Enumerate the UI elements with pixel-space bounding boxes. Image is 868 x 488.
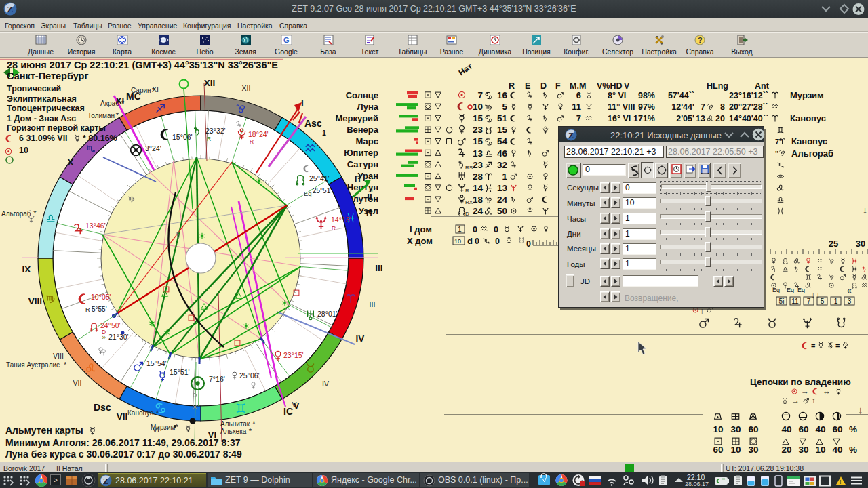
svg-text:0: 0 — [526, 239, 531, 249]
svg-text:*: * — [175, 423, 178, 431]
svg-text:Эклиптикальная: Эклиптикальная — [7, 94, 77, 104]
svg-text:R: R — [250, 138, 254, 145]
svg-text:40: 40 — [815, 424, 825, 434]
svg-text:!: ! — [840, 479, 842, 485]
svg-text:5i: 5i — [779, 298, 785, 305]
svg-text:X: X — [67, 157, 73, 167]
svg-text:R: R — [509, 81, 515, 91]
svg-text:Цепочки по владению: Цепочки по владению — [750, 377, 851, 387]
svg-text:П: П — [355, 174, 361, 184]
svg-text:13: 13 — [696, 114, 705, 123]
svg-text:=: = — [835, 342, 840, 350]
svg-text:10: 10 — [19, 146, 28, 155]
svg-text:D: D — [540, 81, 547, 91]
svg-text:* 80.16%: * 80.16% — [83, 134, 117, 143]
svg-text:Солнце: Солнце — [346, 90, 378, 100]
svg-text:Венера: Венера — [347, 125, 379, 135]
svg-text:10: 10 — [473, 102, 483, 112]
svg-text:23°32': 23°32' — [205, 127, 226, 135]
svg-text:23: 23 — [473, 125, 484, 135]
svg-text:12'44': 12'44' — [671, 102, 694, 112]
svg-text:Топоцентрическая: Топоцентрическая — [7, 104, 85, 113]
svg-text:II: II — [369, 185, 373, 193]
svg-text:Канопус: Канопус — [127, 409, 153, 417]
svg-text:R: R — [465, 188, 469, 194]
svg-text:*: * — [64, 361, 67, 369]
svg-text:8: 8 — [720, 102, 725, 112]
svg-text:30: 30 — [730, 424, 741, 434]
svg-text:46: 46 — [497, 148, 508, 159]
svg-text:Eq: Eq — [787, 287, 794, 293]
svg-text:15°51': 15°51' — [170, 368, 190, 376]
svg-text:171%: 171% — [633, 114, 655, 123]
svg-text:?: ? — [698, 36, 703, 44]
svg-text:18: 18 — [473, 195, 484, 205]
svg-text:Eq: Eq — [797, 287, 805, 293]
svg-text:M.M: M.M — [570, 81, 586, 91]
svg-text:Минимум Алголя: 26.06.2017 11:: Минимум Алголя: 26.06.2017 11:49, 29.06.… — [5, 437, 241, 448]
svg-text:↑: ↑ — [700, 306, 704, 316]
svg-text:E: E — [525, 81, 530, 91]
svg-text:97%: 97% — [638, 102, 655, 112]
svg-text:Z: Z — [568, 131, 574, 140]
svg-text:*: * — [249, 427, 252, 435]
svg-text:↓: ↓ — [858, 404, 863, 415]
svg-text:11° VIII: 11° VIII — [608, 102, 635, 112]
svg-text:=: = — [811, 342, 815, 350]
svg-text:11: 11 — [791, 298, 799, 305]
svg-text:Канопус: Канопус — [790, 113, 826, 123]
svg-text:0: 0 — [494, 225, 498, 235]
svg-text:Сарин: Сарин — [131, 87, 151, 94]
svg-text:14°40'40``: 14°40'40`` — [729, 114, 768, 123]
svg-text:15: 15 — [473, 113, 484, 123]
svg-text:Канопус: Канопус — [791, 136, 827, 146]
svg-text:57'44``: 57'44`` — [668, 91, 694, 100]
svg-text:%: % — [849, 424, 857, 434]
svg-text:1: 1 — [834, 298, 838, 305]
svg-text:60: 60 — [713, 445, 723, 455]
svg-text:Санкт-Петербург: Санкт-Петербург — [7, 70, 89, 81]
svg-text:I: I — [301, 98, 304, 108]
svg-text:V: V — [624, 81, 630, 91]
svg-text:RS: RS — [465, 165, 473, 171]
svg-text:*: * — [121, 99, 125, 107]
svg-text:R: R — [85, 306, 90, 313]
svg-text:30: 30 — [798, 445, 808, 455]
svg-text:15: 15 — [497, 125, 508, 135]
svg-text:10: 10 — [454, 238, 461, 245]
svg-text:*: * — [116, 111, 119, 119]
svg-text:2'05': 2'05' — [676, 114, 694, 123]
svg-text:Юпитер: Юпитер — [344, 148, 378, 158]
svg-text:1 Дом - Знак Asc: 1 Дом - Знак Asc — [7, 114, 76, 123]
svg-text:IV: IV — [356, 333, 365, 344]
svg-text:I дом: I дом — [410, 224, 432, 235]
svg-text:Акраб: Акраб — [100, 100, 119, 107]
svg-text:16: 16 — [497, 90, 508, 100]
svg-text:%: % — [849, 445, 857, 455]
svg-text:IX: IX — [22, 264, 31, 274]
svg-text:13: 13 — [497, 183, 508, 193]
svg-text:→: → — [801, 386, 809, 396]
svg-text:Ant: Ant — [755, 81, 770, 91]
svg-text:Луна: Луна — [357, 102, 379, 112]
svg-text:XII: XII — [204, 78, 216, 88]
svg-text:G: G — [283, 36, 290, 44]
svg-text:5°55': 5°55' — [92, 306, 107, 313]
svg-text:↓: ↓ — [816, 291, 820, 300]
svg-text:Мирзим: Мирзим — [151, 424, 176, 431]
svg-text:50: 50 — [497, 206, 507, 216]
svg-text:23: 23 — [473, 160, 484, 170]
svg-text:25: 25 — [829, 239, 838, 249]
svg-text:7: 7 — [807, 298, 811, 305]
svg-text:15: 15 — [473, 136, 484, 146]
svg-text:Меркурий: Меркурий — [336, 113, 379, 123]
svg-text:40: 40 — [781, 424, 791, 434]
svg-text:7: 7 — [477, 90, 483, 100]
svg-text:Альгораб: Альгораб — [1, 210, 31, 218]
svg-text:0: 0 — [473, 225, 477, 235]
svg-text:8° VI: 8° VI — [608, 91, 626, 100]
svg-text:1: 1 — [322, 129, 326, 137]
svg-text:5: 5 — [502, 102, 507, 112]
svg-text:10: 10 — [713, 424, 723, 434]
svg-text:Луна без курса с 30.06.2017 0: Луна без курса с 30.06.2017 0:17 до 30.0… — [5, 449, 242, 460]
